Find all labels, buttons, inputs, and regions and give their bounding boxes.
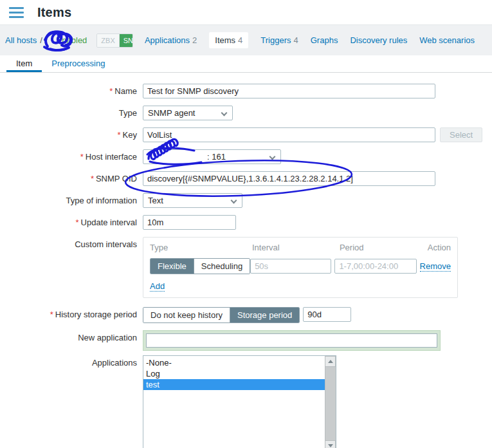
menu-icon[interactable] [9, 7, 24, 18]
required-asterisk: * [91, 174, 94, 183]
badge-zbx: ZBX [97, 34, 118, 47]
tab-item[interactable]: Item [6, 55, 42, 72]
key-row: *Key Select [5, 127, 492, 142]
required-asterisk: * [50, 310, 53, 319]
required-asterisk: * [109, 86, 113, 96]
chevron-down-icon [231, 198, 237, 204]
scheduling-toggle-button[interactable]: Scheduling [194, 259, 250, 274]
interval-type-toggle: Flexible Scheduling [150, 258, 250, 274]
type-row: Type SNMP agent [5, 106, 492, 120]
new-application-row: New application [5, 330, 492, 351]
application-option-test[interactable]: test [143, 379, 325, 390]
scrollbar[interactable] [325, 356, 336, 448]
required-asterisk: * [118, 130, 121, 140]
history-label: History storage period [55, 310, 137, 319]
history-row: *History storage period Do not keep hist… [5, 307, 492, 323]
period-input[interactable] [334, 259, 417, 274]
host-interface-row: *Host interface : 161 [5, 149, 492, 164]
col-header-type: Type [150, 243, 252, 252]
application-option-log[interactable]: Log [143, 368, 325, 379]
name-label: Name [114, 86, 137, 96]
new-application-label: New application [5, 330, 137, 351]
interval-input[interactable] [250, 259, 331, 274]
host-interface-select[interactable]: : 161 [143, 149, 281, 164]
col-header-interval: Interval [252, 243, 340, 252]
scroll-up-button[interactable] [325, 356, 336, 367]
chevron-down-icon [269, 154, 276, 160]
chevron-down-icon [221, 110, 228, 117]
nav-item-applications[interactable]: Applications2 [145, 35, 197, 45]
key-select-button[interactable]: Select [440, 127, 482, 142]
type-of-information-label: Type of information [5, 193, 137, 208]
form-tabs: Item Preprocessing [0, 55, 492, 73]
key-label: Key [123, 130, 137, 140]
snmp-oid-label: SNMP OID [96, 174, 137, 183]
remove-link[interactable]: Remove [420, 261, 451, 272]
new-application-input[interactable] [146, 333, 437, 348]
update-interval-row: *Update interval [5, 215, 492, 230]
scroll-down-icon [328, 444, 333, 447]
type-select[interactable]: SNMP agent [143, 106, 233, 120]
redacted-interface-address [148, 150, 207, 163]
scroll-down-button[interactable] [325, 440, 336, 448]
snmp-oid-row: *SNMP OID [5, 171, 492, 186]
scroll-up-icon [328, 360, 333, 363]
custom-intervals-label: Custom intervals [5, 237, 137, 298]
key-input[interactable] [143, 127, 435, 142]
applications-listbox: -None- Log test [143, 355, 336, 448]
flexible-toggle-button[interactable]: Flexible [150, 259, 194, 274]
type-label: Type [5, 106, 137, 120]
item-form: *Name Type SNMP agent *Key Select *Host … [0, 73, 492, 448]
required-asterisk: * [80, 152, 84, 162]
applications-label: Applications [5, 355, 137, 448]
type-of-information-select[interactable]: Text [143, 193, 242, 208]
add-link[interactable]: Add [150, 281, 165, 292]
applications-row: Applications -None- Log test [5, 355, 492, 448]
custom-intervals-table: Type Interval Period Action Flexible Sch… [143, 237, 458, 298]
breadcrumb-separator: / [40, 35, 42, 45]
tab-preprocessing[interactable]: Preprocessing [42, 55, 114, 72]
nav-item-discovery-rules[interactable]: Discovery rules [350, 35, 407, 45]
badge-snmp: SNMP [119, 34, 133, 47]
page-title: Items [37, 5, 71, 20]
status-enabled-label[interactable]: Enabled [57, 35, 87, 45]
interface-badges: ZBX SNMP JMX IPMI [96, 33, 133, 48]
type-of-information-row: Type of information Text [5, 193, 492, 208]
col-header-period: Period [340, 243, 428, 252]
do-not-keep-history-button[interactable]: Do not keep history [143, 308, 230, 322]
update-interval-input[interactable] [143, 215, 236, 230]
name-input[interactable] [143, 84, 435, 98]
history-toggle: Do not keep history Storage period [143, 307, 300, 323]
custom-intervals-row: Custom intervals Type Interval Period Ac… [5, 237, 492, 298]
host-interface-label: Host interface [86, 152, 137, 162]
redacted-host-name [46, 31, 57, 50]
nav-item-triggers[interactable]: Triggers4 [260, 35, 298, 45]
name-row: *Name [5, 84, 492, 98]
col-header-action: Action [428, 243, 451, 252]
history-period-input[interactable] [303, 307, 351, 322]
custom-interval-row: Flexible Scheduling Remove [150, 258, 451, 274]
application-option-none[interactable]: -None- [143, 357, 325, 368]
nav-item-items[interactable]: Items4 [209, 32, 248, 48]
storage-period-button[interactable]: Storage period [230, 308, 299, 322]
update-interval-label: Update interval [81, 218, 137, 227]
host-nav: Applications2 Items4 Triggers4 Graphs Di… [145, 32, 487, 48]
nav-item-web-scenarios[interactable]: Web scenarios [419, 35, 475, 45]
snmp-oid-input[interactable] [143, 171, 435, 186]
new-application-highlight [143, 330, 441, 351]
required-asterisk: * [75, 218, 78, 227]
interface-port: : 161 [207, 152, 226, 162]
title-bar: Items [0, 0, 492, 24]
nav-item-graphs[interactable]: Graphs [311, 35, 338, 45]
all-hosts-link[interactable]: All hosts [5, 35, 37, 45]
breadcrumb: All hosts / Enabled ZBX SNMP JMX IPMI Ap… [0, 24, 492, 55]
